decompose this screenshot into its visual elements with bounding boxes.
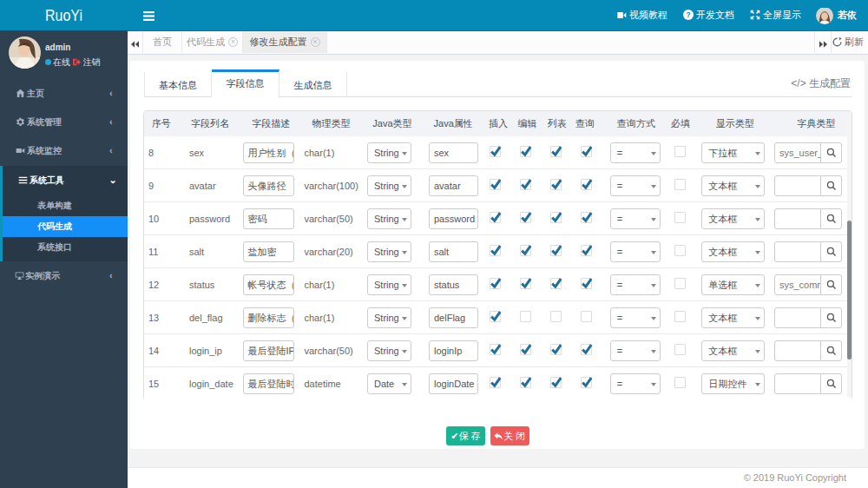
svg-text:?: ? xyxy=(686,11,690,19)
